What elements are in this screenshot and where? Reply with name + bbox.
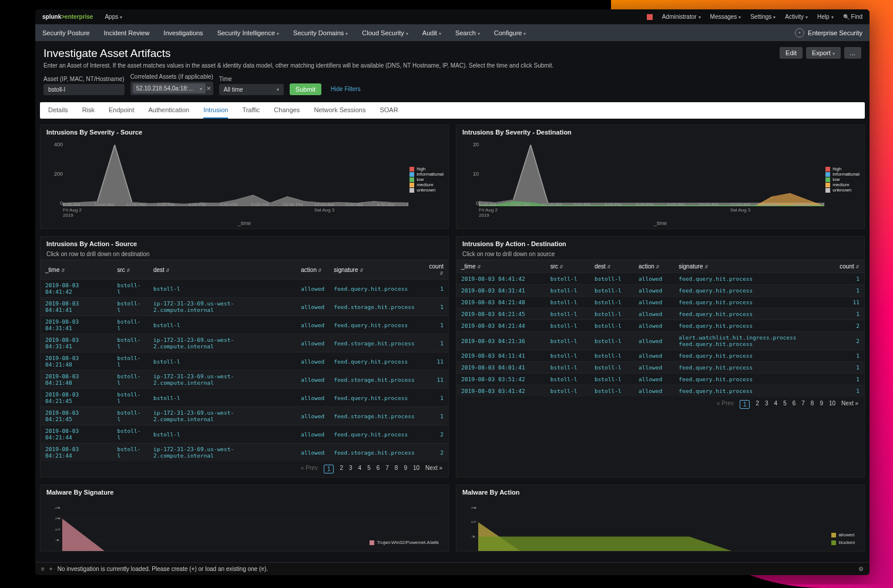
table-row[interactable]: 2019-08-03 04:41:42bstoll-lbstoll-lallow… — [41, 280, 448, 298]
pager-page-1[interactable]: 1 — [324, 465, 334, 473]
table-row[interactable]: 2019-08-03 04:21:48bstoll-lbstoll-lallow… — [41, 352, 448, 371]
col-action[interactable]: action — [634, 260, 674, 273]
tab-traffic[interactable]: Traffic — [242, 102, 260, 119]
legend-allowed[interactable]: allowed — [831, 532, 854, 537]
tab-intrusion[interactable]: Intrusion — [203, 102, 228, 119]
correlated-token-field[interactable]: 52.10.218.54,0a:18:… ✕ — [130, 82, 213, 95]
table-row[interactable]: 2019-08-03 04:21:45bstoll-lip-172-31-23-… — [41, 407, 448, 425]
nav-configure[interactable]: Configure — [494, 29, 526, 36]
tab-changes[interactable]: Changes — [274, 102, 300, 119]
col-action[interactable]: action — [296, 260, 329, 280]
list-icon[interactable]: ≡ — [41, 566, 45, 572]
table-row[interactable]: 2019-08-03 04:11:41bstoll-lbstoll-lallow… — [456, 350, 864, 362]
col-time[interactable]: _time — [41, 260, 112, 280]
table-row[interactable]: 2019-08-03 04:41:42bstoll-lbstoll-lallow… — [456, 273, 864, 285]
col-signature[interactable]: signature — [674, 260, 828, 273]
col-dest[interactable]: dest — [149, 260, 296, 280]
table-row[interactable]: 2019-08-03 04:21:48bstoll-lbstoll-lallow… — [456, 297, 864, 308]
legend-medium[interactable]: medium — [409, 182, 444, 187]
find-link[interactable]: Find — [843, 14, 862, 20]
nav-search[interactable]: Search — [455, 29, 480, 36]
legend-unknown[interactable]: unknown — [825, 187, 860, 193]
pager-page-1[interactable]: 1 — [740, 400, 750, 409]
pager-page-5[interactable]: 5 — [367, 465, 371, 473]
legend-medium[interactable]: medium — [825, 182, 860, 187]
col-dest[interactable]: dest — [590, 260, 634, 273]
table-row[interactable]: 2019-08-03 04:21:44bstoll-lip-172-31-23-… — [41, 443, 448, 462]
pager-page-2[interactable]: 2 — [756, 400, 759, 409]
table-row[interactable]: 2019-08-03 03:41:42bstoll-lbstoll-lallow… — [456, 385, 864, 397]
pager-prev[interactable]: « Prev — [301, 465, 318, 473]
pager-page-8[interactable]: 8 — [811, 400, 814, 409]
pager-page-5[interactable]: 5 — [783, 400, 787, 409]
nav-incident-review[interactable]: Incident Review — [104, 29, 150, 36]
submit-button[interactable]: Submit — [290, 83, 321, 95]
time-range-dropdown[interactable]: All time — [219, 84, 284, 95]
table-row[interactable]: 2019-08-03 04:21:45bstoll-lbstoll-lallow… — [456, 308, 864, 320]
user-menu[interactable]: Administrator — [662, 14, 701, 20]
table-row[interactable]: 2019-08-03 04:21:36bstoll-lbstoll-lallow… — [456, 332, 864, 350]
nav-investigations[interactable]: Investigations — [163, 29, 203, 36]
tab-endpoint[interactable]: Endpoint — [109, 102, 134, 119]
pager-prev[interactable]: « Prev — [717, 400, 734, 409]
export-button[interactable]: Export — [806, 47, 841, 59]
asset-input[interactable]: bstoll-l — [43, 84, 125, 95]
alert-indicator-icon[interactable] — [647, 14, 653, 20]
pager-page-10[interactable]: 10 — [413, 465, 419, 473]
pager-page-7[interactable]: 7 — [385, 465, 389, 473]
hide-filters-link[interactable]: Hide Filters — [331, 86, 361, 95]
tab-network-sessions[interactable]: Network Sessions — [314, 102, 365, 119]
settings-icon[interactable]: ⚙ — [858, 566, 864, 572]
legend-low[interactable]: low — [825, 177, 860, 182]
table-row[interactable]: 2019-08-03 04:41:41bstoll-lip-172-31-23-… — [41, 298, 448, 316]
nav-security-intelligence[interactable]: Security Intelligence — [217, 29, 279, 36]
more-actions-button[interactable]: ... — [844, 47, 861, 59]
tab-risk[interactable]: Risk — [82, 102, 95, 119]
chevron-down-icon[interactable] — [198, 85, 202, 92]
edit-button[interactable]: Edit — [780, 47, 803, 59]
pager-page-10[interactable]: 10 — [829, 400, 835, 409]
pager-page-2[interactable]: 2 — [340, 465, 343, 473]
legend-trojan-win32-powemet-a-attk[interactable]: Trojan:Win32/Powemet.A!attk — [370, 540, 439, 545]
add-icon[interactable]: + — [49, 566, 53, 572]
apps-dropdown[interactable]: Apps — [105, 14, 122, 20]
nav-security-posture[interactable]: Security Posture — [42, 29, 90, 36]
pager-next[interactable]: Next » — [841, 400, 858, 409]
col-time[interactable]: _time — [456, 260, 546, 273]
tab-authentication[interactable]: Authentication — [148, 102, 189, 119]
nav-cloud-security[interactable]: Cloud Security — [362, 29, 408, 36]
table-row[interactable]: 2019-08-03 04:21:44bstoll-lbstoll-lallow… — [456, 320, 864, 332]
col-count[interactable]: count — [828, 260, 864, 273]
pager-page-4[interactable]: 4 — [774, 400, 778, 409]
legend-blocked[interactable]: blocked — [831, 540, 855, 545]
legend-unknown[interactable]: unknown — [409, 187, 444, 193]
tab-details[interactable]: Details — [48, 102, 68, 119]
messages-menu[interactable]: Messages — [710, 14, 741, 20]
table-row[interactable]: 2019-08-03 04:31:41bstoll-lbstoll-lallow… — [41, 316, 448, 334]
col-signature[interactable]: signature — [329, 260, 419, 280]
table-row[interactable]: 2019-08-03 04:21:45bstoll-lbstoll-lallow… — [41, 389, 448, 407]
pager-page-6[interactable]: 6 — [377, 465, 380, 473]
legend-high[interactable]: high — [409, 166, 444, 172]
settings-menu[interactable]: Settings — [750, 14, 776, 20]
col-count[interactable]: count — [419, 260, 448, 280]
pager-page-9[interactable]: 9 — [820, 400, 823, 409]
pager-page-3[interactable]: 3 — [349, 465, 352, 473]
nav-audit[interactable]: Audit — [422, 29, 441, 36]
legend-informational[interactable]: informational — [409, 172, 444, 177]
legend-low[interactable]: low — [409, 177, 444, 182]
pager-page-6[interactable]: 6 — [793, 400, 796, 409]
col-src[interactable]: src — [546, 260, 590, 273]
pager-page-4[interactable]: 4 — [358, 465, 362, 473]
table-row[interactable]: 2019-08-03 04:21:44bstoll-lbstoll-lallow… — [41, 425, 448, 443]
help-menu[interactable]: Help — [817, 14, 834, 20]
col-src[interactable]: src — [112, 260, 149, 280]
table-row[interactable]: 2019-08-03 04:31:41bstoll-lip-172-31-23-… — [41, 334, 448, 352]
table-row[interactable]: 2019-08-03 04:21:48bstoll-lip-172-31-23-… — [41, 371, 448, 389]
table-row[interactable]: 2019-08-03 04:31:41bstoll-lbstoll-lallow… — [456, 285, 864, 297]
legend-informational[interactable]: informational — [825, 172, 860, 177]
pager-next[interactable]: Next » — [425, 465, 442, 473]
tab-soar[interactable]: SOAR — [380, 102, 398, 119]
activity-menu[interactable]: Activity — [785, 14, 808, 20]
nav-security-domains[interactable]: Security Domains — [293, 29, 348, 36]
